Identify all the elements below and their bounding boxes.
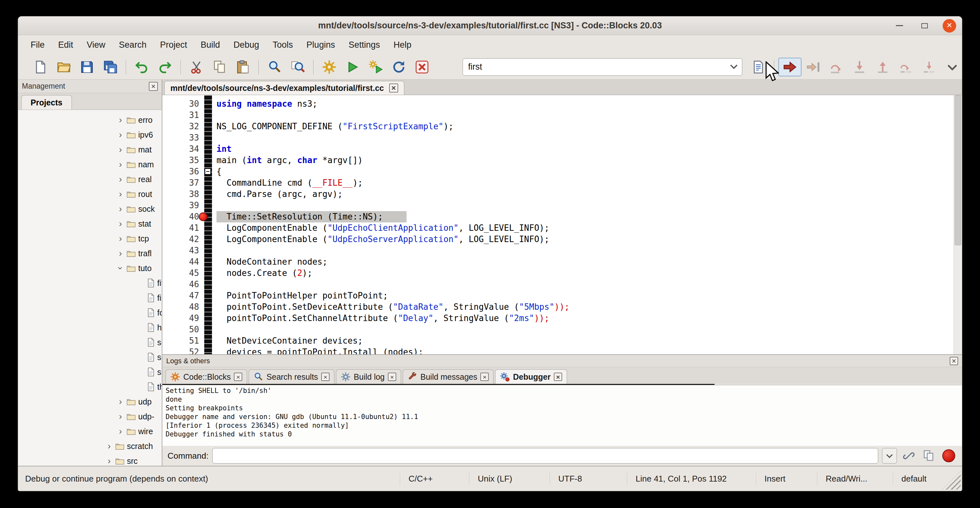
line-number[interactable]: 40: [162, 211, 204, 222]
tree-item-fir[interactable]: fir: [18, 290, 162, 305]
menu-tools[interactable]: Tools: [266, 35, 300, 54]
tab-projects[interactable]: Projects: [21, 95, 72, 110]
line-number[interactable]: 31: [162, 110, 204, 121]
tree-item-tcp[interactable]: ›tcp: [18, 231, 162, 246]
command-input[interactable]: [212, 448, 878, 463]
step-out-button[interactable]: [871, 58, 894, 76]
management-close-button[interactable]: ×: [149, 82, 158, 91]
redo-button[interactable]: [153, 58, 177, 76]
run-button[interactable]: [341, 58, 364, 76]
rebuild-button[interactable]: [387, 58, 410, 76]
chevron-right-icon[interactable]: ›: [115, 411, 126, 422]
command-history-button[interactable]: [882, 448, 897, 463]
breakpoint-icon[interactable]: [199, 212, 207, 221]
tree-item-he[interactable]: he: [18, 320, 162, 335]
menu-view[interactable]: View: [80, 35, 112, 54]
tree-item-sock[interactable]: ›sock: [18, 201, 162, 216]
tree-item-src[interactable]: ›src: [18, 454, 162, 466]
tab-debugger[interactable]: Debugger×: [495, 369, 567, 384]
line-number[interactable]: 48: [162, 301, 204, 313]
line-number[interactable]: 36: [162, 166, 204, 177]
tab-build-log[interactable]: Build log×: [336, 369, 401, 384]
paste-button[interactable]: [231, 58, 255, 76]
tree-item-six[interactable]: six: [18, 365, 162, 379]
next-line-button[interactable]: [825, 58, 848, 76]
title-bar[interactable]: mnt/dev/tools/source/ns-3-dev/examples/t…: [18, 16, 962, 35]
menu-plugins[interactable]: Plugins: [300, 35, 342, 54]
tree-item-real[interactable]: ›real: [18, 172, 162, 186]
line-number[interactable]: 51: [162, 335, 204, 347]
build-button[interactable]: [318, 58, 341, 76]
line-number[interactable]: 32: [162, 121, 204, 132]
chevron-right-icon[interactable]: ›: [115, 426, 126, 436]
tab-search-results[interactable]: Search results×: [249, 369, 334, 384]
chevron-down-icon[interactable]: [729, 61, 739, 73]
tree-item-nam[interactable]: ›nam: [18, 157, 162, 172]
chevron-right-icon[interactable]: ›: [115, 189, 126, 199]
save-button[interactable]: [75, 58, 99, 76]
tree-item-trafl[interactable]: ›trafl: [18, 246, 162, 261]
tree-item-rout[interactable]: ›rout: [18, 186, 162, 201]
tree-item-fif[interactable]: fif: [18, 275, 162, 290]
build-and-run-button[interactable]: [364, 58, 387, 76]
chevron-right-icon[interactable]: ›: [115, 233, 126, 244]
line-number[interactable]: 42: [162, 234, 204, 245]
step-into-instruction-button[interactable]: [918, 58, 941, 76]
line-number[interactable]: 30: [162, 98, 204, 110]
tab-close-button[interactable]: ×: [388, 373, 396, 381]
tree-item-mat[interactable]: ›mat: [18, 142, 162, 157]
tree-item-udp[interactable]: ›udp: [18, 394, 162, 409]
tree-item-udp-[interactable]: ›udp-: [18, 409, 162, 424]
editor-scrollbar[interactable]: [954, 95, 962, 354]
open-file-button[interactable]: [52, 58, 75, 76]
abort-button[interactable]: [410, 58, 434, 76]
undo-button[interactable]: [130, 58, 153, 76]
close-button[interactable]: ×: [943, 19, 956, 33]
tab-code-blocks[interactable]: Code::Blocks×: [165, 369, 247, 384]
line-number[interactable]: 39: [162, 200, 204, 211]
attach-log-button[interactable]: [901, 448, 917, 463]
chevron-right-icon[interactable]: ›: [115, 144, 126, 155]
tab-close-button[interactable]: ×: [480, 373, 489, 381]
line-number[interactable]: 49: [162, 313, 204, 324]
copy-button[interactable]: [208, 58, 231, 76]
logs-close-button[interactable]: ×: [950, 357, 958, 365]
line-number[interactable]: 37: [162, 177, 204, 189]
line-number[interactable]: 52: [162, 347, 204, 354]
replace-button[interactable]: [286, 58, 309, 76]
tab-close-button[interactable]: ×: [234, 373, 242, 381]
menu-search[interactable]: Search: [112, 35, 153, 54]
tab-build-messages[interactable]: Build messages×: [403, 369, 493, 384]
chevron-right-icon[interactable]: ›: [115, 159, 126, 170]
line-number[interactable]: 34: [162, 143, 204, 155]
scrollbar-thumb[interactable]: [955, 95, 961, 245]
fold-marker-icon[interactable]: [205, 168, 211, 175]
line-number[interactable]: 43: [162, 245, 204, 256]
line-number[interactable]: 46: [162, 279, 204, 290]
menu-help[interactable]: Help: [387, 35, 418, 54]
chevron-right-icon[interactable]: ›: [115, 218, 126, 229]
stop-debugger-button[interactable]: [941, 448, 957, 463]
tree-item-tuto[interactable]: ›tuto: [18, 261, 162, 275]
tab-close-button[interactable]: ×: [554, 373, 562, 381]
menu-build[interactable]: Build: [194, 35, 227, 54]
step-into-button[interactable]: [848, 58, 871, 76]
line-number[interactable]: 41: [162, 222, 204, 234]
find-button[interactable]: [263, 58, 286, 76]
run-to-cursor-button[interactable]: [802, 58, 825, 76]
tree-item-fo[interactable]: fo: [18, 305, 162, 320]
line-number[interactable]: 47: [162, 290, 204, 301]
chevron-right-icon[interactable]: ›: [115, 130, 126, 140]
chevron-right-icon[interactable]: ›: [115, 174, 126, 185]
new-file-button[interactable]: [29, 58, 52, 76]
line-number[interactable]: 33: [162, 132, 204, 143]
menu-edit[interactable]: Edit: [51, 35, 80, 54]
line-number[interactable]: 44: [162, 256, 204, 268]
line-number[interactable]: 38: [162, 189, 204, 200]
tab-close-button[interactable]: ×: [321, 373, 329, 381]
search-combobox[interactable]: [463, 58, 742, 76]
editor-tab-first-cc[interactable]: mnt/dev/tools/source/ns-3-dev/examples/t…: [164, 81, 404, 95]
chevron-right-icon[interactable]: ›: [104, 456, 115, 466]
tree-item-se[interactable]: se: [18, 335, 162, 350]
chevron-right-icon[interactable]: ›: [115, 248, 126, 258]
